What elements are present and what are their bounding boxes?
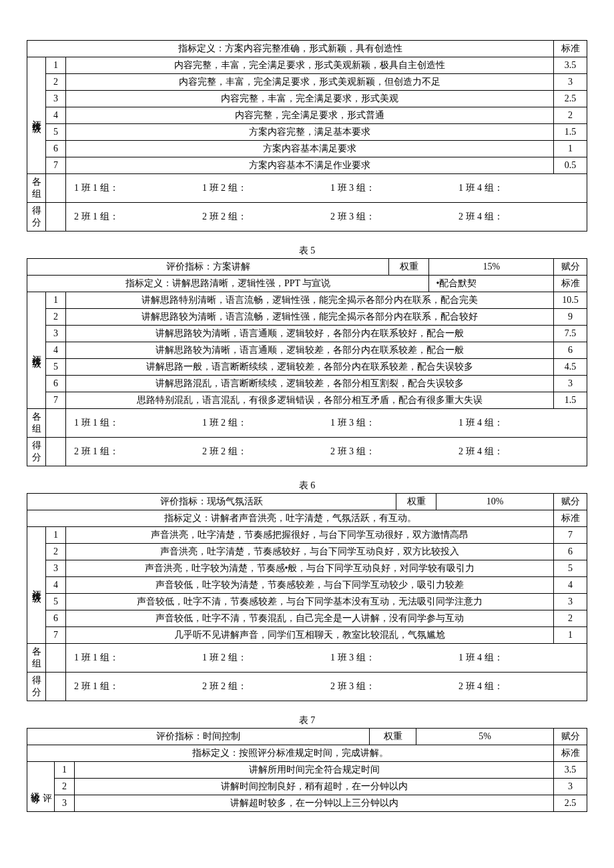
level-score: 1.5 <box>554 124 587 141</box>
level-num: 4 <box>46 577 66 594</box>
level-num: 3 <box>55 795 75 812</box>
level-score: 1 <box>554 141 587 157</box>
level-num: 5 <box>46 124 66 141</box>
level-score: 5 <box>554 560 587 577</box>
level-num: 6 <box>46 141 66 157</box>
level-score: 2 <box>554 610 587 627</box>
rubric-table-content: 指标定义：方案内容完整准确，形式新颖，具有创造性 标准 评价等级 1 内容完整，… <box>27 40 587 232</box>
definition-row: 指标定义：讲解者声音洪亮，吐字清楚，气氛活跃，有互动。 <box>27 510 554 527</box>
group-row: 1 班 1 组： 1 班 2 组： 1 班 3 组： 1 班 4 组： <box>66 644 587 673</box>
group-cell: 2 班 2 组： <box>198 444 326 460</box>
group-cell: 2 班 1 组： <box>70 679 198 695</box>
group-row: 1 班 1 组： 1 班 2 组： 1 班 3 组： 1 班 4 组： <box>66 174 587 203</box>
level-num: 3 <box>46 91 66 107</box>
group-cell: 1 班 1 组： <box>70 650 198 666</box>
group-row: 1 班 1 组： 1 班 2 组： 1 班 3 组： 1 班 4 组： <box>66 409 587 438</box>
level-desc: 声音较低，吐字不清，节奏感较差，与台下同学基本没有互动，无法吸引同学注意力 <box>66 594 554 610</box>
level-num: 1 <box>46 292 66 309</box>
level-desc: 讲解超时较多，在一分钟以上三分钟以内 <box>75 795 554 812</box>
level-desc: 讲解思路较为清晰，语言通顺，逻辑较好，各部分内在联系较好，配合一般 <box>66 326 554 342</box>
group-cell: 2 班 3 组： <box>326 444 454 460</box>
group-cell: 1 班 1 组： <box>70 415 198 431</box>
level-desc: 思路特别混乱，语言混乱，有很多逻辑错误，各部分相互矛盾，配合有很多重大失误 <box>66 392 554 409</box>
level-num: 1 <box>55 762 75 779</box>
level-num: 4 <box>46 342 66 359</box>
definition-row: 指标定义：按照评分标准规定时间，完成讲解。 <box>27 745 554 762</box>
empty-cell <box>46 409 66 438</box>
level-score: 6 <box>554 544 587 560</box>
standard-header: 标准 <box>554 510 587 527</box>
group-scores-l1: 各组 <box>27 174 46 203</box>
level-score: 10.5 <box>554 292 587 309</box>
level-score: 1 <box>554 627 587 644</box>
group-cell: 1 班 4 组： <box>454 180 583 196</box>
group-cell: 2 班 2 组： <box>198 679 326 695</box>
standard-header: 标准 <box>554 745 587 762</box>
level-score: 4.5 <box>554 359 587 376</box>
level-desc: 方案内容完整，满足基本要求 <box>66 124 554 141</box>
rubric-table-7: 评价指标：时间控制 权重 5% 赋分 指标定义：按照评分标准规定时间，完成讲解。… <box>27 728 587 812</box>
group-cell: 2 班 3 组： <box>326 209 454 225</box>
level-desc: 讲解思路较为清晰，语言流畅，逻辑性强，能完全揭示各部分内在联系，配合较好 <box>66 309 554 326</box>
level-desc: 讲解思路混乱，语言断断续续，逻辑较差，各部分相互割裂，配合失误较多 <box>66 376 554 392</box>
table-caption-7: 表 7 <box>27 715 587 727</box>
group-cell: 1 班 4 组： <box>454 415 583 431</box>
empty-cell <box>46 673 66 701</box>
level-desc: 声音较低，吐字较为清楚，节奏感较差，与台下同学互动较少，吸引力较差 <box>66 577 554 594</box>
level-num: 2 <box>46 309 66 326</box>
level-score: 3 <box>554 779 587 795</box>
weight-value: 5% <box>416 729 554 745</box>
level-num: 1 <box>46 57 66 74</box>
weight-label: 权重 <box>389 259 429 276</box>
group-cell: 1 班 2 组： <box>198 650 326 666</box>
indicator-cell: 评价指标：方案讲解 <box>27 259 389 276</box>
level-num: 4 <box>46 107 66 124</box>
level-score: 7.5 <box>554 326 587 342</box>
score-header: 赋分 <box>554 729 587 745</box>
level-num: 3 <box>46 326 66 342</box>
weight-value: 10% <box>436 494 554 510</box>
level-desc: 内容完整，丰富，完全满足要求，形式美观新颖，但创造力不足 <box>66 74 554 91</box>
level-score: 9 <box>554 309 587 326</box>
rubric-table-5: 评价指标：方案讲解 权重 15% 赋分 指标定义：讲解思路清晰，逻辑性强，PPT… <box>27 258 587 466</box>
level-desc: 内容完整，丰富，完全满足要求，形式美观 <box>66 91 554 107</box>
level-score: 2.5 <box>554 91 587 107</box>
group-row: 2 班 1 组： 2 班 2 组： 2 班 3 组： 2 班 4 组： <box>66 438 587 466</box>
table-caption-5: 表 5 <box>27 245 587 257</box>
group-scores-l1: 各组 <box>27 644 46 673</box>
definition-right: •配合默契 <box>429 276 554 292</box>
level-num: 6 <box>46 376 66 392</box>
group-cell: 2 班 1 组： <box>70 209 198 225</box>
group-row: 2 班 1 组： 2 班 2 组： 2 班 3 组： 2 班 4 组： <box>66 203 587 232</box>
level-num: 2 <box>55 779 75 795</box>
level-num: 7 <box>46 157 66 174</box>
level-desc: 方案内容基本满足要求 <box>66 141 554 157</box>
group-cell: 1 班 2 组： <box>198 415 326 431</box>
level-score: 4 <box>554 577 587 594</box>
score-header: 赋分 <box>554 259 587 276</box>
group-cell: 2 班 1 组： <box>70 444 198 460</box>
level-score: 3 <box>554 74 587 91</box>
group-cell: 2 班 4 组： <box>454 679 583 695</box>
level-score: 0.5 <box>554 157 587 174</box>
group-cell: 1 班 1 组： <box>70 180 198 196</box>
group-cell: 1 班 4 组： <box>454 650 583 666</box>
standard-header: 标准 <box>554 41 587 57</box>
group-cell: 2 班 4 组： <box>454 209 583 225</box>
group-scores-l2: 得分 <box>27 673 46 701</box>
standard-header: 标准 <box>554 276 587 292</box>
level-score: 7 <box>554 527 587 544</box>
level-desc: 几乎听不见讲解声音，同学们互相聊天，教室比较混乱，气氛尴尬 <box>66 627 554 644</box>
group-cell: 2 班 4 组： <box>454 444 583 460</box>
level-desc: 讲解思路较为清晰，语言通顺，逻辑较差，各部分内在联系较差，配合一般 <box>66 342 554 359</box>
level-desc: 声音洪亮，吐字较为清楚，节奏感•般，与台下同学互动良好，对同学较有吸引力 <box>66 560 554 577</box>
group-scores-l1: 各组 <box>27 409 46 438</box>
level-desc: 内容完整，完全满足要求，形式普通 <box>66 107 554 124</box>
score-header: 赋分 <box>554 494 587 510</box>
level-desc: 讲解思路一般，语言断断续续，逻辑较差，各部分内在联系较差，配合失误较多 <box>66 359 554 376</box>
level-num: 1 <box>46 527 66 544</box>
level-num: 2 <box>46 74 66 91</box>
level-score: 2 <box>554 107 587 124</box>
level-score: 2.5 <box>554 795 587 812</box>
group-cell: 2 班 3 组： <box>326 679 454 695</box>
